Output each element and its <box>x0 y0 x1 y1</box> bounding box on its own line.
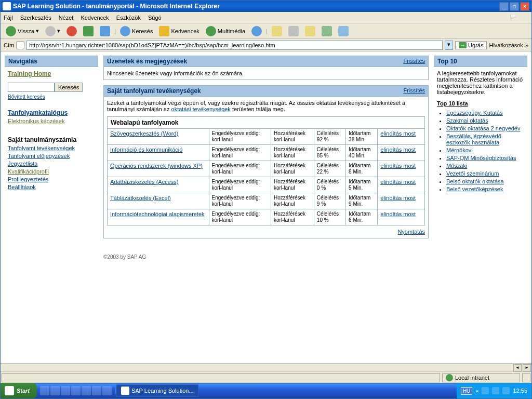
course-link[interactable]: Szövegszerkesztés (Word) <box>110 130 178 137</box>
print-button[interactable] <box>286 25 301 37</box>
course-link[interactable]: Információ és kommunikáció <box>110 147 182 153</box>
taskbar-app-button[interactable]: SAP Learning Solution... <box>116 384 198 397</box>
ql-ie-icon[interactable] <box>50 386 60 395</box>
notes-link[interactable]: Jegyzetlista <box>8 161 37 167</box>
access-value: korl-lanul <box>274 169 311 175</box>
course-catalog-link[interactable]: Tanfolyamkatalógus <box>8 109 68 116</box>
course-link[interactable]: Információtechnológiai alapismeretek <box>110 211 205 217</box>
duration-value: 5 Min. <box>349 185 375 191</box>
tray-shield-icon[interactable] <box>502 387 510 394</box>
stop-button[interactable] <box>64 25 79 37</box>
media-button[interactable]: Multimédia <box>204 25 247 37</box>
address-input[interactable] <box>26 41 443 50</box>
discuss-button[interactable] <box>320 25 334 37</box>
top10-item: SAP-QM Minőségbiztosítás <box>446 155 524 161</box>
course-link[interactable]: Adatbáziskezelés (Access) <box>110 179 178 185</box>
tray-icon-1[interactable]: « <box>475 388 478 394</box>
menu-edit[interactable]: Szerkesztés <box>20 15 51 21</box>
top10-link[interactable]: Mérnökovi <box>446 147 473 153</box>
tray-network-icon[interactable] <box>492 387 499 394</box>
messenger-button[interactable] <box>336 25 351 37</box>
top10-link[interactable]: SAP-QM Minőségbiztosítás <box>446 155 516 161</box>
system-tray: HU « 12:55 <box>457 383 531 398</box>
table-row: Táblázatkezelés (Excel)Engedélyezve eddi… <box>108 193 425 209</box>
settings-link[interactable]: Beállítások <box>8 184 36 190</box>
advanced-search-link[interactable]: Bővített keresés <box>8 94 45 100</box>
forward-button[interactable]: ▾ <box>43 25 62 37</box>
scroll-left-button[interactable]: ◄ <box>513 364 522 371</box>
ql-explorer-icon[interactable] <box>102 386 112 395</box>
minimize-button[interactable]: _ <box>499 2 509 11</box>
training-home-link[interactable]: Training Home <box>8 70 51 77</box>
course-activities-link[interactable]: Tanfolyami tevékenységek <box>8 145 75 151</box>
edit-button[interactable] <box>303 25 317 37</box>
menu-file[interactable]: Fájl <box>4 15 13 21</box>
history-button[interactable] <box>249 25 264 37</box>
table-row: Operációs rendszerek (windows XP)Engedél… <box>108 161 425 177</box>
start-button[interactable]: Start <box>1 383 37 398</box>
top10-item: Vezetői szeminárium <box>446 170 524 177</box>
clock[interactable]: 12:55 <box>513 388 527 394</box>
start-now-link[interactable]: elindítás most <box>380 211 416 217</box>
training-activities-link[interactable]: oktatási tevékenységek <box>171 106 231 112</box>
start-now-link[interactable]: elindítás most <box>380 130 416 137</box>
menu-tools[interactable]: Eszközök <box>116 15 141 21</box>
activities-refresh-link[interactable]: Frissítés <box>403 87 425 94</box>
ql-outlook-icon[interactable] <box>61 386 70 395</box>
ql-excel-icon[interactable] <box>82 386 91 395</box>
horizontal-scrollbar[interactable]: ◄ ► <box>1 363 531 371</box>
favorites-button[interactable]: Kedvencek <box>157 25 201 37</box>
profile-match-link[interactable]: Profilegyeztetés <box>8 176 48 182</box>
top10-link[interactable]: Beszállás,légzésvédő eszközök használata <box>446 133 501 145</box>
top10-link[interactable]: Egészségügy, Kutatás <box>446 110 503 116</box>
menu-help[interactable]: Súgó <box>148 15 162 21</box>
maximize-button[interactable]: □ <box>510 2 519 11</box>
print-link[interactable]: Nyomtatás <box>397 229 425 235</box>
start-now-link[interactable]: elindítás most <box>380 147 416 153</box>
menu-favorites[interactable]: Kedvencek <box>81 15 109 21</box>
ql-word-icon[interactable] <box>71 386 81 395</box>
access-label: Hozzáférések <box>274 195 311 201</box>
back-button[interactable]: Vissza ▾ <box>4 25 41 37</box>
course-link[interactable]: Táblázatkezelés (Excel) <box>110 195 171 201</box>
qualification-link[interactable]: Kvalifikációprofil <box>8 168 49 175</box>
top10-link[interactable]: Belső oktatók oktatása <box>446 178 504 184</box>
nav-search-button[interactable]: Keresés <box>55 83 83 92</box>
links-label[interactable]: Hivatkozások <box>489 42 523 48</box>
table-row: Információtechnológiai alapismeretekEnge… <box>108 209 425 225</box>
top10-link[interactable]: Műszaki <box>446 163 467 169</box>
start-now-link[interactable]: elindítás most <box>380 195 416 201</box>
status-message <box>2 373 440 382</box>
top10-link[interactable]: Belső vezetőképzések <box>446 186 503 192</box>
ql-powerpoint-icon[interactable] <box>92 386 101 395</box>
scroll-right-button[interactable]: ► <box>523 364 531 371</box>
search-button[interactable]: Keresés <box>118 25 155 37</box>
nav-search-input[interactable] <box>8 83 55 92</box>
top10-link[interactable]: Vezetői szeminárium <box>446 170 499 177</box>
messages-refresh-link[interactable]: Frissítés <box>403 58 425 64</box>
permission-value: korl-lanul <box>212 217 268 223</box>
close-button[interactable]: × <box>520 2 529 11</box>
ql-desktop-icon[interactable] <box>40 386 49 395</box>
prebookings-link[interactable]: Tanfolyami előjegyzések <box>8 153 70 159</box>
go-button[interactable]: →Ugrás <box>455 41 487 49</box>
goal-value: 92 % <box>317 137 343 143</box>
top10-item: Egészségügy, Kutatás <box>446 110 524 116</box>
ecourses-link[interactable]: Elektronikus képzések <box>8 118 64 124</box>
duration-value: 6 Min. <box>349 217 375 223</box>
start-now-link[interactable]: elindítás most <box>380 163 416 169</box>
tray-volume-icon[interactable] <box>482 387 489 394</box>
top10-link[interactable]: Szakmai oktatás <box>446 117 488 124</box>
lang-indicator[interactable]: HU <box>461 387 472 395</box>
goal-value: 9 % <box>317 201 343 207</box>
course-link[interactable]: Operációs rendszerek (windows XP) <box>110 163 203 169</box>
activities-description: Ezeket a tanfolyamokat végzi éppen el, v… <box>107 100 425 112</box>
address-dropdown[interactable]: ▾ <box>445 41 453 50</box>
address-bar: Cím ▾ →Ugrás Hivatkozások» <box>1 39 531 51</box>
start-now-link[interactable]: elindítás most <box>380 179 416 185</box>
top10-link[interactable]: Oktatók oktatása 2 negyedév <box>446 125 520 131</box>
mail-button[interactable] <box>270 25 284 37</box>
menu-view[interactable]: Nézet <box>59 15 74 21</box>
home-button[interactable] <box>98 25 112 37</box>
refresh-button[interactable] <box>81 25 96 37</box>
